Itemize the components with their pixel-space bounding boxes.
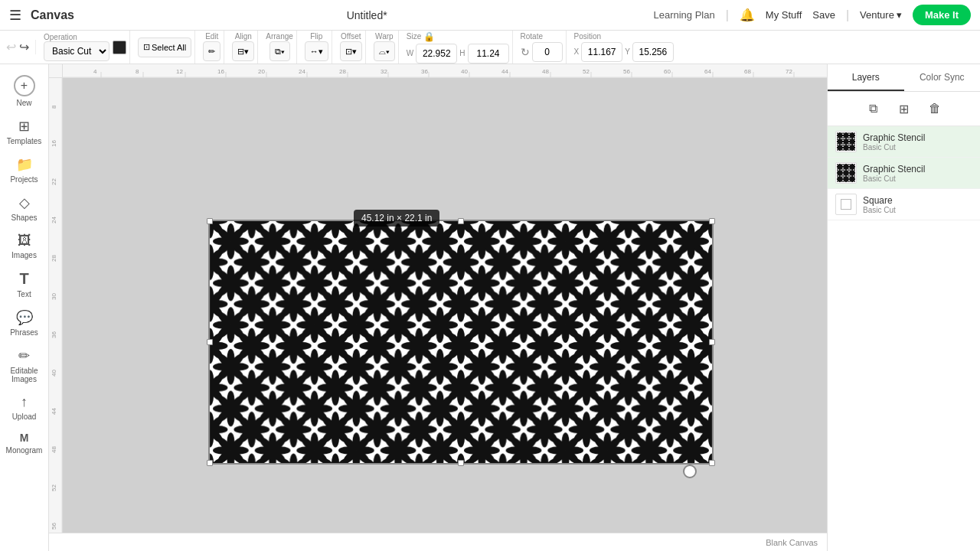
ruler-left: 8 16 22 24 28 30 36 40 44 48 52 56	[49, 78, 63, 533]
sidebar-item-upload[interactable]: ↑ Upload	[3, 390, 46, 425]
tab-layers[interactable]: Layers	[828, 64, 904, 91]
layer-item-1[interactable]: Graphic Stencil Basic Cut	[828, 126, 980, 158]
height-input[interactable]: 11.24	[468, 44, 509, 64]
canvas-with-ruler: 8 16 22 24 28 30 36 40 44 48 52 56	[49, 78, 827, 533]
sidebar-item-templates[interactable]: ⊞ Templates	[3, 113, 46, 150]
layer-delete-button[interactable]: 🗑	[924, 98, 946, 119]
layers-list: Graphic Stencil Basic Cut	[828, 126, 980, 220]
height-label: H	[459, 49, 465, 57]
upload-icon: ↑	[21, 394, 28, 410]
svg-rect-101	[837, 132, 855, 151]
undo-button[interactable]: ↩	[6, 40, 16, 54]
canvas-page[interactable]	[208, 220, 714, 465]
sidebar-editable-images-label: Editable Images	[6, 367, 43, 383]
svg-text:68: 68	[744, 68, 751, 75]
sidebar-templates-label: Templates	[7, 137, 42, 145]
layer-thumb-3	[835, 194, 857, 215]
rotate-input[interactable]: 0	[532, 42, 563, 62]
toolbar: ↩ ↪ Operation Basic Cut ⊡ Select All Edi…	[0, 31, 980, 64]
save-button[interactable]: Save	[812, 9, 835, 21]
sidebar-item-editable-images[interactable]: ✏ Editable Images	[3, 343, 46, 388]
canvas-scroll[interactable]: 45.12 in × 22.1 in	[63, 78, 827, 533]
rotate-group: Rotate ↻ 0	[518, 31, 567, 64]
operation-select[interactable]: Basic Cut	[44, 41, 109, 61]
select-all-group: ⊡ Select All	[135, 31, 195, 64]
offset-group: Offset ⊡▾	[337, 31, 366, 64]
sidebar-item-projects[interactable]: 📁 Projects	[3, 152, 46, 188]
learning-plan-link[interactable]: Learning Plan	[653, 9, 714, 21]
make-it-button[interactable]: Make It	[913, 5, 971, 25]
square-thumb-icon	[841, 199, 851, 210]
x-input[interactable]: 11.167	[581, 42, 622, 62]
flip-button[interactable]: ↔▾	[305, 41, 328, 61]
svg-rect-91	[210, 220, 712, 464]
sidebar-upload-label: Upload	[12, 412, 37, 421]
venture-button[interactable]: Venture ▾	[860, 9, 902, 21]
edit-button[interactable]: ✏	[203, 41, 220, 61]
left-sidebar: + New ⊞ Templates 📁 Projects ◇ Shapes 🖼 …	[0, 64, 49, 551]
tab-color-sync[interactable]: Color Sync	[904, 64, 981, 91]
svg-text:28: 28	[339, 68, 346, 75]
sidebar-item-phrases[interactable]: 💬 Phrases	[3, 305, 46, 341]
ruler-top-content: 4 8 12 16 20 24 28 32 36	[63, 64, 827, 77]
svg-text:8: 8	[136, 68, 139, 75]
svg-text:56: 56	[623, 68, 630, 75]
layer-item-3[interactable]: Square Basic Cut	[828, 189, 980, 220]
layer-info-2: Graphic Stencil Basic Cut	[863, 164, 972, 183]
my-stuff-link[interactable]: My Stuff	[766, 9, 802, 21]
notification-icon[interactable]: 🔔	[740, 8, 755, 22]
phrases-icon: 💬	[16, 309, 33, 326]
editable-images-icon: ✏	[18, 347, 30, 364]
redo-button[interactable]: ↪	[19, 40, 29, 54]
sidebar-item-images[interactable]: 🖼 Images	[3, 228, 46, 264]
sidebar-item-new[interactable]: + New	[3, 70, 46, 112]
top-bar: ☰ Canvas Untitled* Learning Plan | 🔔 My …	[0, 0, 980, 31]
lock-icon[interactable]: 🔒	[423, 31, 435, 42]
sidebar-item-monogram[interactable]: M Monogram	[3, 427, 46, 459]
top-right-actions: Learning Plan | 🔔 My Stuff Save | Ventur…	[653, 5, 971, 25]
layer-copy-button[interactable]: ⧉	[863, 98, 884, 119]
layer-name-3: Square	[863, 195, 972, 206]
warp-group: Warp ⌓▾	[371, 31, 399, 64]
canvas-area: 4 8 12 16 20 24 28 32 36	[49, 64, 827, 551]
tab-color-sync-label: Color Sync	[920, 72, 965, 83]
select-all-icon: ⊡	[143, 42, 150, 52]
svg-text:60: 60	[664, 68, 671, 75]
sidebar-item-text[interactable]: T Text	[3, 266, 46, 303]
y-input[interactable]: 15.256	[632, 42, 674, 62]
svg-text:20: 20	[258, 68, 265, 75]
new-icon: +	[14, 75, 35, 96]
doc-title[interactable]: Untitled*	[90, 9, 645, 21]
ruler-top: 4 8 12 16 20 24 28 32 36	[49, 64, 827, 78]
svg-text:16: 16	[217, 68, 224, 75]
offset-button[interactable]: ⊡▾	[340, 41, 362, 61]
rotate-handle[interactable]	[683, 465, 697, 478]
svg-text:32: 32	[381, 68, 387, 75]
edit-label: Edit	[205, 33, 218, 41]
layer-group-button[interactable]: ⊞	[893, 98, 915, 119]
select-all-button[interactable]: ⊡ Select All	[138, 37, 191, 57]
svg-text:48: 48	[542, 68, 549, 75]
layer-item-2[interactable]: Graphic Stencil Basic Cut	[828, 158, 980, 189]
layer-info-1: Graphic Stencil Basic Cut	[863, 132, 972, 152]
sidebar-projects-label: Projects	[10, 175, 38, 184]
rotate-icon: ↻	[521, 46, 530, 58]
size-label: Size	[407, 33, 421, 41]
sidebar-item-shapes[interactable]: ◇ Shapes	[3, 190, 46, 227]
projects-icon: 📁	[16, 156, 33, 173]
menu-icon[interactable]: ☰	[9, 7, 21, 24]
svg-text:48: 48	[51, 446, 57, 453]
group-icon: ⊞	[899, 102, 909, 116]
warp-button[interactable]: ⌓▾	[374, 41, 395, 61]
layer-thumb-2	[835, 162, 857, 184]
svg-text:36: 36	[51, 331, 57, 338]
position-group: Position X 11.167 Y 15.256	[571, 31, 677, 64]
svg-text:22: 22	[51, 178, 57, 185]
width-input[interactable]: 22.952	[416, 44, 457, 64]
arrange-button[interactable]: ⧉▾	[270, 41, 290, 61]
color-swatch[interactable]	[113, 41, 126, 54]
align-button[interactable]: ⊟▾	[232, 41, 254, 61]
sidebar-shapes-label: Shapes	[11, 214, 38, 222]
svg-text:40: 40	[461, 68, 468, 75]
right-panel: Layers Color Sync ⧉ ⊞ 🗑	[827, 64, 980, 551]
